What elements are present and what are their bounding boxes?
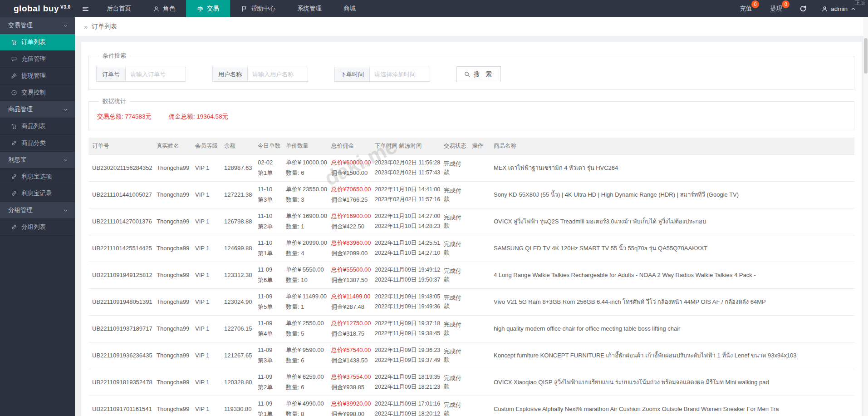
- sidebar-item[interactable]: 分组列表: [0, 219, 75, 236]
- comment-icon: [11, 56, 17, 62]
- sidebar-group-header[interactable]: 商品管理: [0, 101, 75, 118]
- order-no: UB2211101441005027: [92, 191, 152, 198]
- order-seq: 第3单: [258, 195, 279, 205]
- search-button[interactable]: 搜 索: [456, 66, 501, 82]
- refresh-button[interactable]: [791, 0, 815, 17]
- recharge-button[interactable]: 充值 0: [731, 0, 761, 17]
- balance: 119330.80: [224, 406, 252, 412]
- order-no: UB2211091949125812: [92, 272, 152, 278]
- order-time-field-label: 下单时间: [335, 67, 370, 81]
- sidebar-item[interactable]: 订单列表: [0, 34, 75, 51]
- vertical-scrollbar[interactable]: [863, 17, 868, 416]
- user-icon: [821, 5, 828, 12]
- top-nav-menu: 后台首页角色交易帮助中心系统管理商城: [96, 0, 367, 17]
- nav-item-label: 交易: [207, 5, 219, 13]
- nav-item[interactable]: 后台首页: [96, 0, 142, 17]
- product-name: MEX เตาไฟฟ้าฐานเซรามิก 4 หัวเตา รุ่น HVC…: [494, 163, 851, 173]
- sidebar-item[interactable]: 利息宝记录: [0, 185, 75, 202]
- order-day: 02-02: [258, 158, 279, 168]
- table-row[interactable]: UB2211101441005027 Thongcha99 VIP 1 1272…: [88, 181, 854, 208]
- order-time: 2022年11月09日 19:37:18: [375, 319, 436, 328]
- total-price: 总价¥11499.00: [331, 292, 368, 302]
- table-row[interactable]: UB2211101425514425 Thongcha99 VIP 1 1246…: [88, 235, 854, 262]
- table-row[interactable]: UB2211091819352478 Thongcha99 VIP 1 1203…: [88, 369, 854, 396]
- nav-item-label: 帮助中心: [251, 5, 275, 13]
- order-seq: 第1单: [258, 168, 279, 178]
- username-field-group: 用户名称: [212, 67, 308, 82]
- nav-item[interactable]: 商城: [333, 0, 367, 17]
- vip-level: VIP 1: [195, 379, 210, 386]
- sidebar-group-label: 分组管理: [8, 206, 33, 214]
- order-time: 2022年11月09日 19:48:05: [375, 292, 436, 302]
- order-time: 2022年11月10日 14:25:51: [375, 238, 436, 248]
- link-icon: [11, 190, 17, 197]
- nav-item[interactable]: 交易: [186, 0, 230, 17]
- sidebar-group-header[interactable]: 交易管理: [0, 17, 75, 34]
- order-seq: 第2单: [258, 382, 279, 393]
- user-name: admin: [831, 5, 848, 12]
- table-row[interactable]: UB2211091949125812 Thongcha99 VIP 1 1233…: [88, 262, 854, 288]
- order-time: 2022年11月09日 18:19:35: [375, 372, 436, 382]
- product-name: Sony KD-55X80J (55 นิ้ว) | 4K Ultra HD |…: [494, 190, 851, 199]
- table-row[interactable]: UB2211091701161541 Thongcha99 VIP 1 1193…: [88, 396, 854, 416]
- row-actions: [468, 342, 490, 369]
- column-header: 今日单数: [254, 138, 282, 154]
- stats-legend: 数据统计: [99, 97, 130, 105]
- commission: 佣金¥938.85: [331, 382, 368, 393]
- commission: 佣金¥1387.50: [331, 275, 368, 286]
- sidebar-group-header[interactable]: 分组管理: [0, 202, 75, 219]
- quantity: 数量: 1: [286, 222, 324, 232]
- balance: 122706.15: [224, 325, 252, 332]
- nav-item[interactable]: 角色: [142, 0, 186, 17]
- username-input[interactable]: [248, 67, 308, 81]
- withdraw-button[interactable]: 提现 0: [761, 0, 791, 17]
- order-time-input[interactable]: [370, 67, 430, 81]
- order-no: UB2211091701161541: [92, 406, 152, 412]
- chevdown-icon: [63, 107, 69, 113]
- link-icon: [11, 140, 17, 146]
- row-actions: [468, 154, 490, 181]
- sidebar-item[interactable]: 利息宝选项: [0, 168, 75, 185]
- table-row[interactable]: UB2211091937189717 Thongcha99 VIP 1 1227…: [88, 315, 854, 342]
- order-no-input[interactable]: [126, 67, 186, 81]
- order-time: 2023年02月02日 11:56:28: [375, 158, 436, 168]
- sidebar-item[interactable]: 充值管理: [0, 51, 75, 68]
- sidebar-item[interactable]: 商品列表: [0, 118, 75, 135]
- table-row[interactable]: UB2211091948051391 Thongcha99 VIP 1 1230…: [88, 288, 854, 315]
- table-row[interactable]: UB2211101427001376 Thongcha99 VIP 1 1267…: [88, 208, 854, 235]
- unfreeze-time: 2023年02月02日 11:57:43: [375, 168, 436, 178]
- balance: 120328.80: [224, 379, 252, 386]
- vip-level: VIP 1: [195, 406, 210, 412]
- table-row[interactable]: UB2211091936236435 Thongcha99 VIP 1 1212…: [88, 342, 854, 369]
- unfreeze-time: 2022年11月10日 14:28:23: [375, 222, 436, 231]
- order-time: 2022年11月09日 19:49:12: [375, 265, 436, 275]
- order-time: 2022年11月10日 14:41:00: [375, 185, 436, 194]
- table-row[interactable]: UB2302021156284352 Thongcha99 VIP 1 1289…: [88, 154, 854, 181]
- unfreeze-time: 2022年11月10日 14:27:10: [375, 248, 436, 258]
- column-header: 商品名称: [490, 138, 854, 154]
- nav-item[interactable]: 系统管理: [286, 0, 333, 17]
- sidebar-group-header[interactable]: 利息宝: [0, 152, 75, 168]
- sidebar-toggle-button[interactable]: [75, 0, 96, 17]
- scrollbar-thumb[interactable]: [864, 38, 868, 74]
- total-commission-amount: 佣金总额: 19364.58元: [169, 113, 228, 120]
- order-day: 11-10: [258, 211, 279, 222]
- search-legend: 条件搜索: [99, 52, 130, 60]
- unfreeze-time: 2023年02月02日 11:57:16: [375, 195, 436, 204]
- sidebar-item[interactable]: 交易控制: [0, 84, 75, 101]
- product-name: 4 Long Range Walkie Talkies Rechargeable…: [494, 272, 851, 278]
- quantity: 数量: 6: [286, 168, 324, 178]
- sidebar-item[interactable]: 商品分类: [0, 135, 75, 152]
- top-navbar: global buyV3.0 后台首页角色交易帮助中心系统管理商城 充值 0 提…: [0, 0, 868, 17]
- refresh-icon: [799, 5, 807, 12]
- sidebar-item-label: 充值管理: [21, 55, 46, 63]
- unfreeze-time: 2022年11月09日 19:37:49: [375, 356, 436, 365]
- balance: 128987.63: [224, 164, 252, 171]
- product-name: Custom Explosive Alphafly Next% marathon…: [494, 406, 851, 412]
- nav-item[interactable]: 帮助中心: [230, 0, 286, 17]
- commission: 佣金¥287.48: [331, 302, 368, 312]
- total-price: 总价¥55500.00: [331, 265, 368, 275]
- unit-price: 单价¥ 10000.00: [286, 158, 324, 168]
- quantity: 数量: 5: [286, 329, 324, 339]
- sidebar-item[interactable]: 提现管理: [0, 68, 75, 84]
